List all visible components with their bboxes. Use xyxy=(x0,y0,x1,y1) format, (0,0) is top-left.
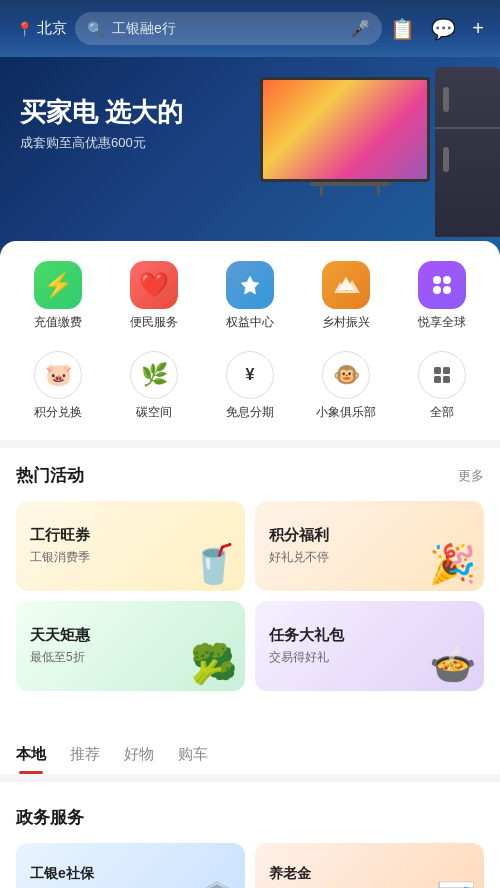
gov-card-esocial[interactable]: 工银e社保 电子社保、医保 🏛️ xyxy=(16,843,245,888)
svg-point-3 xyxy=(443,286,451,294)
menu-item-global[interactable]: 悦享全球 xyxy=(402,261,482,331)
carbon-icon: 🌿 xyxy=(130,351,178,399)
svg-point-0 xyxy=(433,276,441,284)
gov-section-header: 政务服务 xyxy=(16,806,484,829)
activity-dot-1 xyxy=(238,703,252,709)
recharge-icon: ⚡ xyxy=(34,261,82,309)
search-bar[interactable]: 🔍 工银融e行 🎤 xyxy=(75,12,382,45)
tabs-bar: 本地 推荐 好物 购车 xyxy=(0,733,500,774)
civic-icon: ❤️ xyxy=(130,261,178,309)
add-icon[interactable]: + xyxy=(472,17,484,40)
recharge-label: 充值缴费 xyxy=(34,315,82,331)
gov-section-title: 政务服务 xyxy=(16,806,84,829)
svg-rect-4 xyxy=(434,367,441,374)
benefits-label: 权益中心 xyxy=(226,315,274,331)
hot-more-link[interactable]: 更多 xyxy=(458,467,484,485)
benefits-icon xyxy=(226,261,274,309)
hot-section-title: 热门活动 xyxy=(16,464,84,487)
global-label: 悦享全球 xyxy=(418,315,466,331)
installment-icon: ¥ xyxy=(226,351,274,399)
gov-img-pension: 📊 xyxy=(436,880,476,888)
activity-img-coupon: 🥤 xyxy=(190,542,237,586)
gov-cards: 工银e社保 电子社保、医保 🏛️ 养老金 养老金、企业年金 📊 xyxy=(16,843,484,888)
menu-item-points[interactable]: 🐷 积分兑换 xyxy=(18,351,98,421)
menu-item-elephant[interactable]: 🐵 小象俱乐部 xyxy=(306,351,386,421)
points-label: 积分兑换 xyxy=(34,405,82,421)
banner-text: 买家电 选大的 成套购至高优惠600元 xyxy=(20,97,183,152)
activity-card-points-gift[interactable]: 积分福利 好礼兑不停 🎉 xyxy=(255,501,484,591)
activity-card-coupon[interactable]: 工行旺券 工银消费季 🥤 xyxy=(16,501,245,591)
location-label: 北京 xyxy=(37,19,67,38)
menu-item-installment[interactable]: ¥ 免息分期 xyxy=(210,351,290,421)
menu-item-recharge[interactable]: ⚡ 充值缴费 xyxy=(18,261,98,331)
banner[interactable]: 买家电 选大的 成套购至高优惠600元 xyxy=(0,57,500,257)
tab-cart[interactable]: 购车 xyxy=(178,745,208,774)
svg-point-2 xyxy=(433,286,441,294)
svg-rect-7 xyxy=(443,376,450,383)
carbon-label: 碳空间 xyxy=(136,405,172,421)
rural-label: 乡村振兴 xyxy=(322,315,370,331)
menu-item-carbon[interactable]: 🌿 碳空间 xyxy=(114,351,194,421)
menu-item-all[interactable]: 全部 xyxy=(402,351,482,421)
location-button[interactable]: 📍 北京 xyxy=(16,19,67,38)
tab-recommend[interactable]: 推荐 xyxy=(70,745,100,774)
section-divider-1 xyxy=(0,440,500,448)
quick-menu-row2: 🐷 积分兑换 🌿 碳空间 ¥ 免息分期 🐵 小象俱乐部 全部 xyxy=(0,347,500,441)
location-icon: 📍 xyxy=(16,21,33,37)
elephant-label: 小象俱乐部 xyxy=(316,405,376,421)
activity-img-daily: 🥦 xyxy=(190,642,237,686)
main-card: ⚡ 充值缴费 ❤️ 便民服务 权益中心 乡村振兴 xyxy=(0,241,500,888)
banner-tv-image xyxy=(260,77,440,207)
global-icon xyxy=(418,261,466,309)
points-icon: 🐷 xyxy=(34,351,82,399)
menu-item-civic[interactable]: ❤️ 便民服务 xyxy=(114,261,194,331)
gov-section: 政务服务 工银e社保 电子社保、医保 🏛️ 养老金 养老金、企业年金 📊 xyxy=(0,790,500,888)
elephant-icon: 🐵 xyxy=(322,351,370,399)
civic-label: 便民服务 xyxy=(130,315,178,331)
activity-dots xyxy=(16,703,484,709)
mic-icon[interactable]: 🎤 xyxy=(350,19,370,38)
hot-section-header: 热门活动 更多 xyxy=(16,464,484,487)
activity-card-task[interactable]: 任务大礼包 交易得好礼 🍲 xyxy=(255,601,484,691)
menu-item-rural[interactable]: 乡村振兴 xyxy=(306,261,386,331)
banner-subtitle: 成套购至高优惠600元 xyxy=(20,134,183,152)
banner-fridge-image xyxy=(435,67,500,237)
activity-dot-2 xyxy=(257,703,263,709)
banner-title: 买家电 选大的 xyxy=(20,97,183,128)
gov-img-esocial: 🏛️ xyxy=(197,880,237,888)
menu-item-benefits[interactable]: 权益中心 xyxy=(210,261,290,331)
message-icon[interactable]: 💬 xyxy=(431,17,456,41)
activity-img-task: 🍲 xyxy=(429,642,476,686)
gov-card-pension[interactable]: 养老金 养老金、企业年金 📊 xyxy=(255,843,484,888)
section-divider-2 xyxy=(0,774,500,782)
hot-section: 热门活动 更多 工行旺券 工银消费季 🥤 积分福利 好礼兑不停 🎉 天天矩惠 最… xyxy=(0,448,500,725)
installment-label: 免息分期 xyxy=(226,405,274,421)
svg-point-1 xyxy=(443,276,451,284)
tab-goods[interactable]: 好物 xyxy=(124,745,154,774)
document-icon[interactable]: 📋 xyxy=(390,17,415,41)
rural-icon xyxy=(322,261,370,309)
header-actions: 📋 💬 + xyxy=(390,17,484,41)
quick-menu-row1: ⚡ 充值缴费 ❤️ 便民服务 权益中心 乡村振兴 xyxy=(0,261,500,347)
activity-card-daily[interactable]: 天天矩惠 最低至5折 🥦 xyxy=(16,601,245,691)
header: 📍 北京 🔍 工银融e行 🎤 📋 💬 + xyxy=(0,0,500,57)
activity-grid: 工行旺券 工银消费季 🥤 积分福利 好礼兑不停 🎉 天天矩惠 最低至5折 🥦 任… xyxy=(16,501,484,691)
all-icon xyxy=(418,351,466,399)
svg-rect-6 xyxy=(434,376,441,383)
svg-rect-5 xyxy=(443,367,450,374)
activity-img-points-gift: 🎉 xyxy=(429,542,476,586)
search-icon: 🔍 xyxy=(87,21,104,37)
all-label: 全部 xyxy=(430,405,454,421)
tab-local[interactable]: 本地 xyxy=(16,745,46,774)
search-placeholder-text: 工银融e行 xyxy=(112,20,342,38)
